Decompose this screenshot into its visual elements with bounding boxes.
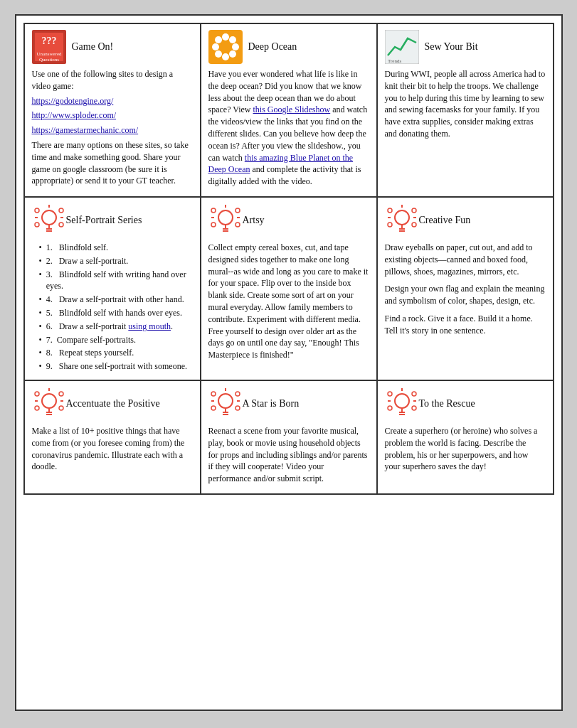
trends-icon: Trends: [385, 30, 419, 64]
svg-point-25: [35, 223, 39, 227]
list-item: 9. Share one self-portrait with someone.: [39, 360, 193, 373]
svg-point-29: [218, 210, 233, 225]
svg-point-40: [395, 210, 409, 225]
svg-text:Unanswered: Unanswered: [36, 51, 61, 57]
blueplanet-link[interactable]: this amazing Blue Planet on the Deep Oce…: [208, 153, 354, 175]
cell-title-creative: Creative Fun: [419, 213, 471, 228]
cell-title-sew: Sew Your Bit: [425, 40, 478, 54]
bulb-icon-creative: [385, 203, 419, 237]
cell-title-game-on: Game On!: [72, 40, 114, 54]
svg-point-18: [42, 210, 56, 225]
svg-point-15: [221, 42, 231, 52]
svg-point-26: [59, 223, 63, 227]
svg-point-28: [59, 208, 63, 213]
cell-header-artsy: Artsy: [208, 203, 369, 237]
svg-point-83: [412, 392, 416, 396]
cell-header-creative: Creative Fun: [385, 203, 546, 237]
cell-header-self-portrait: Self-Portrait Series: [32, 203, 193, 237]
list-item: 7. Compare self-portraits.: [39, 334, 193, 346]
svg-point-62: [218, 394, 233, 408]
gamestar-link[interactable]: https://gamestarmechanic.com/: [32, 125, 139, 135]
svg-text:Questions: Questions: [39, 57, 59, 63]
cell-header-sew: Trends Sew Your Bit: [385, 30, 546, 64]
svg-point-47: [388, 223, 392, 227]
svg-point-58: [35, 406, 39, 410]
cell-body-game-on: Use one of the following sites to design…: [32, 68, 193, 187]
list-item: 3. Blindfold self with writing hand over…: [39, 269, 193, 293]
cell-body-rescue: Create a superhero (or heroine) who solv…: [385, 425, 546, 473]
cell-header-game-on: ??? Unanswered Questions Game On!: [32, 30, 193, 64]
svg-point-9: [212, 43, 219, 50]
svg-point-81: [412, 406, 416, 410]
content-grid: ??? Unanswered Questions Game On! Use on…: [23, 23, 554, 495]
svg-point-60: [35, 392, 39, 396]
bulb-icon-rescue: [385, 387, 419, 421]
cell-header-deep-ocean: Deep Ocean: [208, 30, 369, 64]
godot-link[interactable]: https://godotengine.org/: [32, 96, 114, 106]
cell-creative-fun: Creative Fun Draw eyeballs on paper, cut…: [378, 198, 554, 381]
page: ??? Unanswered Questions Game On! Use on…: [15, 14, 563, 711]
list-item: 4. Draw a self-portrait with other hand.: [39, 294, 193, 306]
svg-point-50: [412, 208, 416, 213]
list-item: 2. Draw a self-portrait.: [39, 255, 193, 267]
sploder-link[interactable]: http://www.sploder.com/: [32, 110, 117, 120]
cell-header-accentuate: Accentuate the Positive: [32, 387, 193, 421]
cell-header-star: A Star is Born: [208, 387, 369, 421]
svg-point-36: [211, 223, 216, 227]
cell-body-self-portrait: 1. Blindfold self. 2. Draw a self-portra…: [32, 242, 193, 373]
svg-text:???: ???: [41, 36, 56, 46]
svg-point-37: [235, 223, 240, 227]
list-item: 5. Blindfold self with hands over eyes.: [39, 307, 193, 319]
svg-point-59: [59, 406, 63, 410]
cell-title-artsy: Artsy: [243, 213, 265, 228]
cell-artsy: Artsy Collect empty cereal boxes, cut, a…: [201, 198, 378, 381]
using-mouth-link[interactable]: using mouth: [128, 321, 171, 331]
cell-star-born: A Star is Born Reenact a scene from your…: [201, 381, 378, 495]
cell-title-deep-ocean: Deep Ocean: [248, 40, 297, 54]
flower-icon: [208, 30, 243, 64]
svg-text:Trends: Trends: [388, 58, 401, 64]
cell-title-accentuate: Accentuate the Positive: [66, 397, 160, 411]
cell-self-portrait: Self-Portrait Series 1. Blindfold self. …: [25, 198, 201, 381]
list-item: 8. Repeat steps yourself.: [39, 347, 193, 359]
cell-body-sew: During WWI, people all across America ha…: [385, 68, 546, 140]
slideshow-link[interactable]: this Google Slideshow: [253, 105, 331, 114]
list-item: 1. Blindfold self.: [39, 242, 193, 254]
bulb-icon-accentuate: [32, 387, 66, 421]
svg-point-14: [229, 50, 236, 58]
svg-point-12: [229, 36, 236, 43]
self-portrait-list: 1. Blindfold self. 2. Draw a self-portra…: [32, 242, 193, 373]
cell-title-self-portrait: Self-Portrait Series: [66, 213, 142, 228]
svg-point-80: [388, 406, 392, 410]
svg-point-27: [35, 208, 39, 213]
cell-body-creative: Draw eyeballs on paper, cut out, and add…: [385, 242, 546, 337]
bulb-icon-star: [208, 387, 243, 421]
cell-sew-your-bit: Trends Sew Your Bit During WWI, people a…: [378, 24, 554, 198]
svg-point-51: [42, 394, 56, 408]
cell-accentuate: Accentuate the Positive Make a list of 1…: [25, 381, 201, 495]
svg-point-70: [235, 406, 240, 410]
cell-title-star: A Star is Born: [243, 397, 300, 411]
svg-point-82: [388, 392, 392, 396]
cell-body-star: Reenact a scene from your favorite music…: [208, 425, 369, 485]
svg-point-71: [211, 392, 216, 396]
svg-point-69: [211, 406, 216, 410]
svg-point-11: [215, 36, 222, 43]
svg-point-73: [395, 394, 409, 408]
cell-rescue: To the Rescue Create a superhero (or her…: [378, 381, 554, 495]
list-item: 6. Draw a self-portrait using mouth.: [39, 321, 193, 333]
svg-point-61: [59, 392, 63, 396]
question-icon: ??? Unanswered Questions: [32, 30, 66, 64]
svg-point-72: [235, 392, 240, 396]
cell-body-deep-ocean: Have you ever wondered what life is like…: [208, 68, 369, 188]
bulb-icon-artsy: [208, 203, 243, 237]
svg-point-49: [388, 208, 392, 213]
svg-point-38: [211, 208, 216, 213]
cell-deep-ocean: Deep Ocean Have you ever wondered what l…: [201, 24, 378, 198]
cell-header-rescue: To the Rescue: [385, 387, 546, 421]
bulb-icon-self-portrait: [32, 203, 66, 237]
svg-point-8: [222, 53, 229, 60]
cell-body-artsy: Collect empty cereal boxes, cut, and tap…: [208, 242, 369, 361]
svg-point-7: [222, 33, 229, 41]
svg-point-13: [215, 50, 222, 58]
